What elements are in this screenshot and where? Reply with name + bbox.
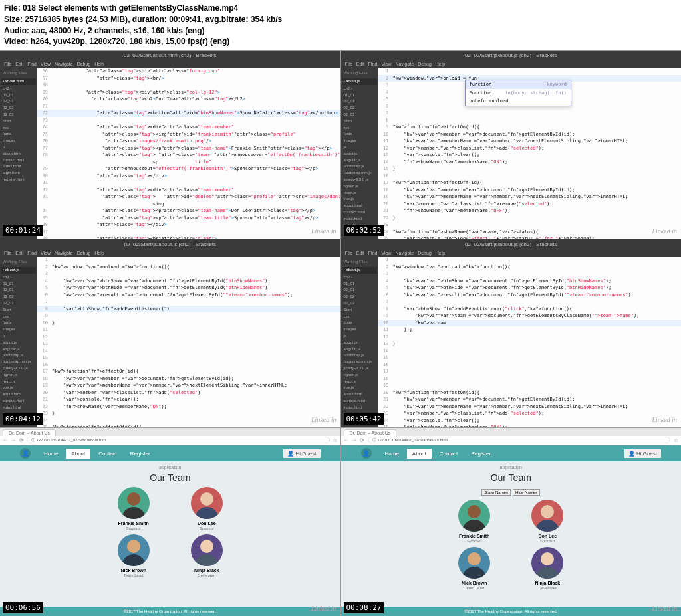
reload-icon[interactable]: ⟳ bbox=[360, 437, 365, 443]
code-line[interactable]: 22} bbox=[378, 215, 682, 222]
code-line[interactable]: 84 "attr">class="tag"><p "attr">class="t… bbox=[37, 207, 340, 215]
code-line[interactable]: 71 bbox=[37, 103, 340, 110]
code-line[interactable]: 1 bbox=[37, 257, 340, 264]
sidebar-item[interactable]: 02_02 bbox=[1, 294, 36, 300]
star-icon[interactable]: ☆ bbox=[673, 437, 678, 443]
code-line[interactable]: 18 "kw">var "var">member = "var">documen… bbox=[37, 375, 340, 383]
code-line[interactable]: 12 bbox=[378, 334, 682, 341]
menu-item[interactable]: Navigate bbox=[396, 62, 414, 66]
nav-link[interactable]: About bbox=[66, 449, 90, 459]
code-line[interactable]: 7 bbox=[37, 298, 340, 306]
sidebar-item[interactable]: 02_01 bbox=[1, 287, 36, 294]
menu-item[interactable]: Find bbox=[27, 251, 37, 255]
sidebar-item[interactable]: 02_01 bbox=[342, 98, 377, 105]
sidebar-item[interactable]: jquery-3.3.0.js bbox=[342, 365, 377, 372]
avatar[interactable] bbox=[191, 487, 223, 519]
sidebar-item[interactable]: Start bbox=[342, 118, 377, 125]
code-line[interactable]: 20 "var">member."var">classList."fn">add… bbox=[37, 389, 340, 397]
sidebar-item[interactable]: index.html bbox=[342, 405, 377, 411]
code-line[interactable]: 16 bbox=[378, 173, 682, 180]
reload-icon[interactable]: ⟳ bbox=[19, 437, 24, 443]
code-line[interactable]: 14 "fn">showName("var">memberName,"ON"); bbox=[378, 159, 682, 166]
sidebar-item[interactable]: index.html bbox=[342, 216, 377, 223]
code-line[interactable]: 11 bbox=[37, 326, 340, 334]
code-line[interactable]: 6 "kw">var "var">result = "var">document… bbox=[378, 292, 682, 299]
menu-bar[interactable]: FileEditFindViewNavigateDebugHelp bbox=[341, 60, 682, 68]
menu-item[interactable]: Edit bbox=[15, 251, 23, 255]
nav-link[interactable]: Contact bbox=[434, 449, 464, 459]
menu-item[interactable]: Debug bbox=[77, 62, 91, 66]
code-line[interactable]: 5 "kw">var "var">btnHide = "var">documen… bbox=[378, 284, 682, 292]
sidebar-item[interactable]: ch2 - bbox=[342, 274, 377, 281]
nav-link[interactable]: Contact bbox=[93, 449, 122, 459]
sidebar-item[interactable]: ngmin.js bbox=[342, 183, 377, 190]
address-bar[interactable]: ⓘ 127.0.0.1:60144/02_02/Start/about.html bbox=[368, 437, 671, 443]
code-line[interactable]: 3 bbox=[378, 270, 682, 278]
code-line[interactable]: 14 bbox=[378, 348, 682, 355]
code-line[interactable]: 5 "kw">var "var">btnHide = "var">documen… bbox=[37, 284, 340, 292]
sidebar-item[interactable]: bootstrap.min.js bbox=[342, 170, 377, 177]
active-file[interactable]: • about.js bbox=[342, 267, 377, 274]
code-line[interactable]: 15} bbox=[378, 165, 682, 173]
code-line[interactable]: 23 bbox=[378, 221, 682, 229]
sidebar-item[interactable]: css bbox=[342, 314, 377, 320]
code-line[interactable]: 83 "attr">class="tag"><img "attr">id="do… bbox=[37, 193, 340, 207]
menu-item[interactable]: File bbox=[345, 251, 352, 255]
code-line[interactable]: 88 "attr">class="tag"><br "attr">class="… bbox=[37, 235, 340, 239]
menu-item[interactable]: Edit bbox=[356, 251, 364, 255]
sidebar-item[interactable]: 02_01 bbox=[342, 287, 377, 294]
code-line[interactable]: 1 bbox=[378, 257, 682, 264]
code-line[interactable]: 8 "var">btnShow."fn">addEventListener("c… bbox=[378, 306, 682, 313]
back-icon[interactable]: ← bbox=[3, 437, 8, 443]
sidebar-item[interactable]: angular.js bbox=[1, 346, 36, 353]
code-editor[interactable]: 66 "attr">class="tag"><div "attr">class=… bbox=[37, 68, 340, 239]
code-line[interactable]: 87 bbox=[37, 229, 340, 236]
sidebar-item[interactable]: about.html bbox=[1, 391, 36, 398]
logo-icon[interactable]: 👤 bbox=[20, 448, 31, 459]
code-line[interactable]: 11 "kw">var "var">memberName = "var">mem… bbox=[378, 138, 682, 145]
active-file[interactable]: • about.js bbox=[342, 78, 377, 85]
code-line[interactable]: 4 "kw">var "var">btnShow = "var">documen… bbox=[378, 278, 682, 285]
sidebar-item[interactable]: bootstrap.js bbox=[342, 352, 377, 359]
address-bar[interactable]: ⓘ 127.0.0.1:60144/02_02/Start/about.html bbox=[27, 437, 330, 443]
sidebar-item[interactable]: about.html bbox=[342, 203, 377, 209]
sidebar-item[interactable]: fonts bbox=[342, 131, 377, 138]
sidebar-item[interactable]: vue.js bbox=[342, 385, 377, 391]
sidebar-item[interactable]: 02_02 bbox=[342, 105, 377, 112]
code-line[interactable]: 11 }); bbox=[378, 326, 682, 334]
file-sidebar[interactable]: Working Files• about.htmlch2 -01_0102_01… bbox=[0, 68, 37, 239]
avatar[interactable] bbox=[458, 547, 490, 579]
code-line[interactable]: 4 "kw">var "var">btnShow = "var">documen… bbox=[37, 278, 340, 285]
sidebar-item[interactable]: about.js bbox=[1, 340, 36, 346]
code-line[interactable]: 9"kw">function "fn">effectOn(id){ bbox=[378, 124, 682, 131]
code-line[interactable]: 7 bbox=[378, 110, 682, 117]
menu-item[interactable]: Edit bbox=[15, 62, 23, 66]
code-line[interactable]: 76 "attr">src="images/frankiesmith.png"/… bbox=[37, 138, 340, 145]
code-line[interactable]: 2"kw">window."var">onload = "kw">functio… bbox=[37, 264, 340, 271]
code-editor[interactable]: 12"kw">window."var">onload = fun3456789"… bbox=[378, 68, 682, 239]
sidebar-item[interactable]: images bbox=[342, 138, 377, 144]
code-line[interactable]: 12 "var">member."var">classList."fn">add… bbox=[378, 145, 682, 152]
sidebar-item[interactable]: css bbox=[1, 314, 36, 320]
code-line[interactable]: 81 bbox=[37, 179, 340, 187]
menu-item[interactable]: View bbox=[41, 62, 51, 66]
sidebar-item[interactable]: 01_01 bbox=[1, 92, 36, 99]
nav-link[interactable]: Home bbox=[380, 449, 404, 459]
menu-item[interactable]: Debug bbox=[77, 251, 91, 255]
sidebar-item[interactable]: bootstrap.js bbox=[1, 352, 36, 359]
code-line[interactable]: 14 bbox=[37, 348, 340, 355]
sidebar-item[interactable]: jquery-3.3.0.js bbox=[342, 177, 377, 183]
sidebar-item[interactable]: ngmin.js bbox=[342, 372, 377, 379]
browser-tab[interactable]: Dr. Dom – About Us bbox=[3, 429, 56, 436]
code-line[interactable]: 10 "kw">var nam bbox=[378, 320, 682, 327]
sidebar-item[interactable]: about.js bbox=[342, 151, 377, 157]
file-sidebar[interactable]: Working Files• about.jsch2 -01_0102_0102… bbox=[341, 257, 378, 427]
code-line[interactable]: 19 "kw">var "var">memberName = "var">mem… bbox=[378, 193, 682, 201]
sidebar-item[interactable]: 02_02 bbox=[1, 105, 36, 112]
code-line[interactable]: 67 "attr">class="tag"><br/> bbox=[37, 75, 340, 82]
code-line[interactable]: 75 "attr">class="tag"><img "attr">id="fr… bbox=[37, 131, 340, 138]
code-line[interactable]: 8 "var">btnShow."fn">addEventListener(") bbox=[37, 306, 340, 313]
sidebar-item[interactable]: js bbox=[342, 144, 377, 151]
show-names-button[interactable]: Show Names bbox=[481, 489, 511, 496]
menu-item[interactable]: Help bbox=[436, 251, 445, 255]
